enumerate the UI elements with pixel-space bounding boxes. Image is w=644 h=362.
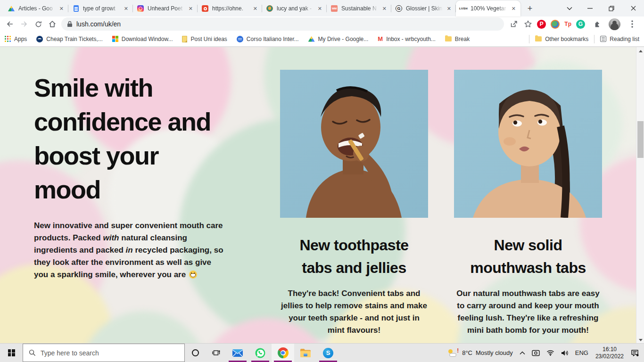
- hero-paragraph: New innovative and super convenient mout…: [34, 220, 225, 281]
- url-text[interactable]: lush.com/uk/en: [76, 20, 121, 28]
- tab-unheard-poetry[interactable]: Unheard Poet ✕: [133, 0, 198, 16]
- clock-time: 16:10: [603, 346, 617, 353]
- tab-lush-active[interactable]: LUSH 100% Vegetar ✕: [456, 0, 520, 16]
- trainline-icon: [36, 36, 43, 42]
- bookmark-label: Corso Italiano Inter...: [247, 36, 299, 42]
- bookmark-break[interactable]: Break: [445, 36, 470, 42]
- close-icon[interactable]: ✕: [317, 5, 323, 12]
- tab-glossier[interactable]: G Glossier | Skin ✕: [391, 0, 456, 16]
- share-icon[interactable]: [507, 17, 521, 31]
- tab-sustainable[interactable]: WM Sustainable N ✕: [327, 0, 391, 16]
- google-drive-icon: [8, 5, 15, 12]
- taskbar-chrome-button[interactable]: [272, 344, 294, 362]
- lock-icon: [67, 21, 73, 27]
- home-icon[interactable]: [45, 17, 59, 31]
- system-tray: ! 8°C Mostly cloudy ENG 16:10 23/02/2022: [445, 344, 644, 362]
- close-icon[interactable]: ✕: [381, 5, 388, 12]
- card-body: They're back! Convenient tabs and jellie…: [280, 288, 428, 337]
- other-bookmarks-button[interactable]: Other bookmarks: [535, 36, 588, 42]
- tab-lucy-and-yak[interactable]: lucy and yak - ✕: [262, 0, 327, 16]
- bookmark-corso-italiano[interactable]: Corso Italiano Inter...: [237, 36, 299, 42]
- search-placeholder: Type here to search: [41, 349, 99, 357]
- bookmark-post-uni-ideas[interactable]: Post Uni ideas: [182, 36, 227, 42]
- ohne-icon: [201, 5, 209, 12]
- task-view-icon: [212, 349, 220, 356]
- bookmark-star-icon[interactable]: [521, 17, 535, 31]
- address-bar[interactable]: lush.com/uk/en: [61, 17, 504, 31]
- tab-search-chevron-icon[interactable]: [560, 0, 579, 16]
- bookmark-label: Reading list: [610, 36, 639, 42]
- bookmark-my-drive[interactable]: My Drive - Google...: [308, 36, 369, 42]
- taskbar-search-input[interactable]: Type here to search: [23, 344, 185, 362]
- close-window-button[interactable]: [622, 0, 644, 16]
- profile-avatar[interactable]: [609, 18, 620, 30]
- close-icon[interactable]: ✕: [511, 5, 517, 12]
- lucy-and-yak-icon: [266, 5, 273, 12]
- meet-now-icon[interactable]: [528, 344, 543, 362]
- scroll-down-icon[interactable]: [636, 336, 644, 343]
- cortana-button[interactable]: [185, 344, 206, 362]
- note-icon: [182, 36, 187, 42]
- reading-list-button[interactable]: Reading list: [600, 36, 639, 42]
- instagram-icon: [137, 5, 144, 12]
- new-tab-button[interactable]: +: [523, 2, 537, 15]
- bookmark-label: Cheap Train Tickets,...: [46, 36, 102, 42]
- scrollbar-thumb[interactable]: [637, 121, 644, 158]
- bookmark-inbox[interactable]: M Inbox - wrbcyouth...: [378, 36, 436, 42]
- skype-icon: S: [323, 348, 333, 358]
- windows-icon: [112, 36, 118, 42]
- bookmark-label: My Drive - Google...: [318, 36, 369, 42]
- close-icon[interactable]: ✕: [188, 5, 194, 12]
- bookmark-download-windows[interactable]: Download Window...: [112, 36, 173, 42]
- lush-icon: LUSH: [460, 5, 467, 12]
- browser-menu-icon[interactable]: [625, 17, 639, 31]
- windows-logo-icon: [8, 349, 15, 356]
- start-button[interactable]: [0, 344, 23, 362]
- mail-icon: [232, 349, 243, 357]
- wifi-icon[interactable]: [543, 344, 558, 362]
- tab-title: 100% Vegetar: [471, 5, 507, 12]
- tray-chevron-up-icon[interactable]: [516, 344, 528, 362]
- cortana-icon: [192, 349, 199, 356]
- bookmark-apps[interactable]: Apps: [5, 36, 27, 42]
- bookmark-cheap-train-tickets[interactable]: Cheap Train Tickets,...: [36, 36, 102, 42]
- pinterest-extension-icon[interactable]: P: [537, 20, 546, 29]
- taskbar-skype-button[interactable]: S: [317, 344, 339, 362]
- taskbar-whatsapp-button[interactable]: [249, 344, 272, 362]
- close-icon[interactable]: ✕: [58, 5, 65, 12]
- globe-extension-icon[interactable]: [551, 20, 560, 29]
- grammarly-extension-icon[interactable]: G: [576, 20, 585, 29]
- tab-type-of-growth[interactable]: type of growt ✕: [68, 0, 133, 16]
- clock-date: 23/02/2022: [595, 353, 624, 360]
- reload-icon[interactable]: [31, 17, 45, 31]
- close-icon[interactable]: ✕: [252, 5, 258, 12]
- taskbar-file-explorer-button[interactable]: [294, 344, 317, 362]
- back-icon[interactable]: [3, 17, 17, 31]
- trustpilot-extension-icon[interactable]: Tp: [564, 20, 571, 29]
- tab-articles[interactable]: Articles - Goo ✕: [4, 0, 68, 16]
- action-center-icon[interactable]: [627, 344, 642, 362]
- extensions-puzzle-icon[interactable]: [590, 17, 604, 31]
- weather-widget[interactable]: ! 8°C Mostly cloudy: [445, 344, 516, 362]
- clock-widget[interactable]: 16:10 23/02/2022: [592, 344, 627, 362]
- taskbar-mail-button[interactable]: [226, 344, 249, 362]
- gmail-icon: M: [378, 36, 383, 42]
- tab-title: Glossier | Skin: [406, 5, 443, 12]
- scroll-up-icon[interactable]: [636, 47, 644, 55]
- file-explorer-icon: [300, 348, 311, 358]
- chrome-icon: [278, 347, 289, 358]
- task-view-button[interactable]: [206, 344, 226, 362]
- weather-temperature: 8°C: [462, 349, 472, 356]
- language-indicator[interactable]: ENG: [572, 344, 592, 362]
- close-icon[interactable]: ✕: [446, 5, 452, 12]
- forward-icon[interactable]: [17, 17, 31, 31]
- restore-button[interactable]: [601, 0, 622, 16]
- tab-ohne[interactable]: https://ohne. ✕: [198, 0, 262, 16]
- wm-icon: WM: [330, 5, 338, 12]
- volume-icon[interactable]: [558, 344, 572, 362]
- vertical-scrollbar[interactable]: [636, 47, 644, 343]
- grin-emoji: [189, 271, 197, 279]
- divider: [529, 35, 529, 43]
- close-icon[interactable]: ✕: [123, 5, 129, 12]
- minimize-button[interactable]: [579, 0, 601, 16]
